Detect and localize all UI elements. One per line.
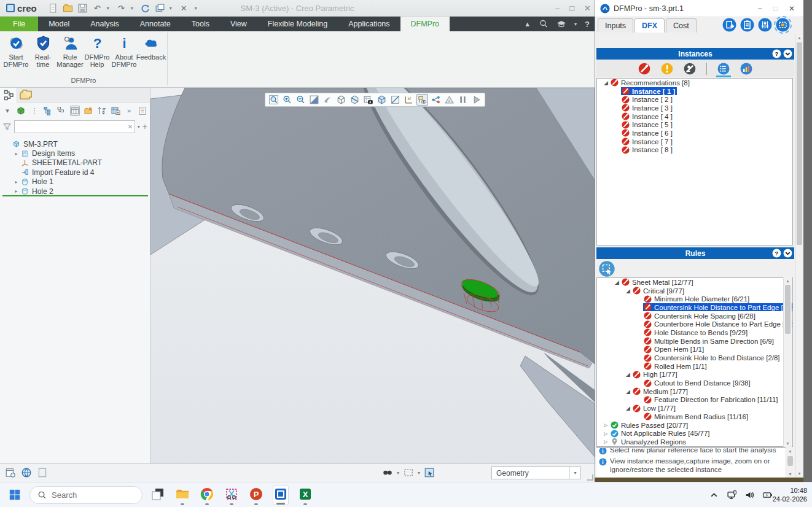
rule-row[interactable]: Countersink Hole to Bend Distance [2/8] <box>597 354 792 362</box>
search-input[interactable] <box>52 490 125 500</box>
tab-file[interactable]: File <box>0 17 38 31</box>
filter-funnel-icon[interactable] <box>2 122 12 131</box>
tab-tools[interactable]: Tools <box>181 17 220 31</box>
select-box-icon[interactable] <box>403 467 414 478</box>
section-icon[interactable] <box>349 94 361 106</box>
dfmpro-maximize-icon[interactable]: □ <box>770 4 781 13</box>
rules-collapse-icon[interactable] <box>783 249 792 258</box>
tree-item-design-items[interactable]: ▸Design Items <box>0 149 150 158</box>
instance-row[interactable]: Instance [ 1 ] <box>597 87 792 96</box>
image-capture-icon[interactable] <box>362 94 374 106</box>
expander-expanded-icon[interactable]: ◢ <box>602 80 610 86</box>
doc-list-icon[interactable] <box>138 106 147 116</box>
tree-item-sheetmetal-part[interactable]: SHEETMETAL-PART <box>0 158 150 168</box>
expander-collapsed-icon[interactable]: ▷ <box>602 431 610 436</box>
green-cube-icon[interactable] <box>16 106 26 116</box>
table-plus-icon[interactable] <box>111 106 120 116</box>
instances-filter-fail-icon[interactable] <box>638 63 650 75</box>
window-switch-icon[interactable] <box>155 3 165 14</box>
tree-filter-input[interactable] <box>14 120 135 133</box>
rule-row[interactable]: Hole Distance to Bends [9/29] <box>597 328 792 337</box>
ribbon-button-dfmpro-help[interactable]: ?DFMProHelp <box>84 34 111 69</box>
tree-item-import-feature-id-4[interactable]: Import Feature id 4 <box>0 168 150 177</box>
tab-dfmpro[interactable]: DFMPro <box>400 17 450 31</box>
close-window-icon[interactable]: ✕ <box>179 3 189 14</box>
new-file-icon[interactable] <box>48 3 58 14</box>
rule-row[interactable]: Cutout to Bend Distance [9/38] <box>597 379 792 387</box>
close-icon[interactable]: ✕ <box>584 4 591 13</box>
repaint-icon[interactable] <box>322 94 334 106</box>
more-commands-icon[interactable]: ▾ <box>193 3 198 14</box>
ribbon-button-about-dfmpro[interactable]: iAboutDFMPro <box>111 34 138 69</box>
rule-row[interactable]: Countersink Hole Distance to Part Edge [… <box>597 303 792 312</box>
zoom-out-icon[interactable] <box>295 94 306 106</box>
taskbar-app-powerpoint[interactable]: P <box>248 485 264 505</box>
dfmpro-minimize-icon[interactable]: – <box>754 4 766 13</box>
instance-row[interactable]: ◢Recommendations [8] <box>597 79 792 87</box>
taskbar-app-snipping-tool[interactable] <box>224 485 240 505</box>
overflow-icon[interactable]: » <box>124 106 134 116</box>
instance-row[interactable]: Instance [ 2 ] <box>597 95 792 104</box>
rule-row[interactable]: Open Hem [1/1] <box>597 346 792 354</box>
regenerate-icon[interactable] <box>140 3 150 14</box>
speaker-icon[interactable] <box>744 490 755 500</box>
web-browser-icon[interactable] <box>21 467 32 478</box>
tab-model[interactable]: Model <box>38 17 80 31</box>
battery-icon[interactable] <box>762 490 773 500</box>
zoom-fit-icon[interactable] <box>268 94 279 106</box>
refit-icon[interactable] <box>308 94 320 106</box>
clipboard-report-button[interactable] <box>740 18 754 32</box>
collapse-ribbon-icon[interactable]: ▲ <box>524 20 531 28</box>
taskbar-app-task-view[interactable] <box>150 485 166 505</box>
rule-row[interactable]: Rolled Hem [1/1] <box>597 362 792 371</box>
messages-scrollbar[interactable]: ▲▼ <box>786 447 794 478</box>
filter-dropdown-icon[interactable]: ▾ <box>138 124 140 130</box>
window-badge-icon[interactable] <box>5 467 16 478</box>
expander-collapsed-icon[interactable]: ▷ <box>602 439 610 444</box>
minimize-icon[interactable]: – <box>555 4 560 13</box>
dfmpro-tab-dfx[interactable]: DFX <box>634 18 665 33</box>
rule-row[interactable]: ▷Unanalyzed Regions <box>597 438 792 446</box>
instance-row[interactable]: Instance [ 4 ] <box>597 112 792 121</box>
instances-help-icon[interactable]: ? <box>772 49 781 58</box>
blank-page-icon[interactable] <box>37 467 48 478</box>
expander-expanded-icon[interactable]: ◢ <box>613 279 621 285</box>
graphics-viewport[interactable]: x/ <box>150 88 595 463</box>
dots[interactable]: ⋮ <box>29 106 39 116</box>
resize-grip[interactable] <box>587 474 593 481</box>
tab-applications[interactable]: Applications <box>338 17 400 31</box>
smart-filter-icon[interactable] <box>424 467 435 478</box>
rule-row[interactable]: Counterbore Hole Distance to Part Edge [… <box>597 320 792 328</box>
saved-views-icon[interactable] <box>376 94 388 106</box>
select-box-dropdown-icon[interactable]: ▾ <box>418 470 420 476</box>
taskbar-search[interactable] <box>29 486 142 504</box>
display-style-icon[interactable] <box>335 94 347 106</box>
panel-scrollbar[interactable]: ▲▼ <box>795 34 803 478</box>
instances-filter-warn-icon[interactable] <box>661 63 673 75</box>
annotation-display-icon[interactable]: x/ <box>403 94 415 106</box>
window-switch-dropdown-icon[interactable]: ▾ <box>170 6 174 11</box>
instances-filter-list-view-icon[interactable] <box>717 63 730 75</box>
undo-icon[interactable]: ↶ <box>92 3 103 14</box>
instances-filter-ignore-icon[interactable] <box>684 63 696 75</box>
rule-row[interactable]: Minimum Hole Diameter [6/21] <box>597 295 792 303</box>
learning-icon[interactable] <box>556 19 566 29</box>
rules-scrollbar[interactable]: ▲▼ <box>783 277 792 447</box>
taskbar-app-file-explorer[interactable] <box>174 485 190 505</box>
ribbon-button-feedback[interactable]: Feedback <box>138 34 165 69</box>
network-icon[interactable] <box>727 490 737 500</box>
expander-collapsed-icon[interactable]: ▷ <box>602 422 610 428</box>
dfmpro-tab-cost[interactable]: Cost <box>666 18 697 33</box>
tab-analysis[interactable]: Analysis <box>80 17 130 31</box>
rule-row[interactable]: Minimum Bend Radius [11/16] <box>597 412 792 421</box>
instances-collapse-icon[interactable] <box>783 49 792 58</box>
selection-filter-dropdown[interactable]: Geometry ▾ <box>491 466 581 479</box>
ribbon-button-start-dfmpro[interactable]: StartDFMPro <box>2 34 29 69</box>
rule-row[interactable]: ◢Low [1/77] <box>597 404 792 412</box>
spin-center-icon[interactable] <box>416 94 428 106</box>
save-icon[interactable] <box>77 3 88 14</box>
undo-dropdown-icon[interactable]: ▾ <box>107 6 112 11</box>
show-dropdown-icon[interactable]: ▾ <box>2 106 12 116</box>
instances-header[interactable]: Instances ? <box>596 48 794 60</box>
instances-filter-chart-view-icon[interactable] <box>740 63 752 75</box>
